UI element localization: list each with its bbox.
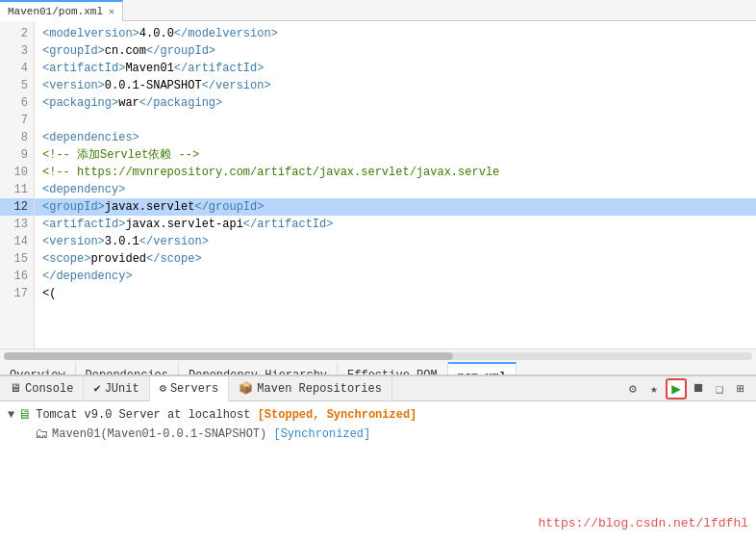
console-tab-servers[interactable]: ⚙Servers: [150, 376, 230, 401]
code-content[interactable]: <modelversion>4.0.0</modelversion> <grou…: [35, 21, 756, 348]
editor-container: Maven01/pom.xml ✕ 2345678910111213141516…: [0, 0, 756, 375]
console-tabs-left: 🖥Console✔JUnit⚙Servers📦Maven Repositorie…: [0, 376, 392, 401]
disconnect-button: ❑: [716, 381, 723, 397]
console-tab-bar: 🖥Console✔JUnit⚙Servers📦Maven Repositorie…: [0, 376, 756, 401]
junit-icon: ✔: [93, 382, 100, 396]
pom-tab-effective-pom[interactable]: Effective POM: [338, 362, 448, 376]
server-status: [Stopped, Synchronized]: [258, 405, 417, 425]
maven repositories-icon: 📦: [239, 382, 253, 396]
editor-tab-label: Maven01/pom.xml: [8, 6, 103, 17]
close-icon[interactable]: ✕: [109, 6, 114, 17]
star-icon[interactable]: ★: [644, 379, 664, 399]
star-icon: ★: [650, 381, 658, 397]
console-tab-junit[interactable]: ✔JUnit: [84, 376, 149, 401]
pom-tab-dependencies[interactable]: Dependencies: [76, 362, 179, 376]
stop-button[interactable]: ⏹: [689, 379, 708, 399]
editor-tab[interactable]: Maven01/pom.xml ✕: [0, 0, 123, 21]
server-icon: 🖥: [18, 405, 32, 425]
server-label: Tomcat v9.0 Server at localhost: [36, 405, 250, 425]
console-tab-maven-repositories[interactable]: 📦Maven Repositories: [229, 376, 392, 401]
pom-tab-overview[interactable]: Overview: [0, 362, 76, 376]
project-status: [Synchronized]: [273, 425, 370, 444]
server-tree-item[interactable]: ▼ 🖥 Tomcat v9.0 Server at localhost [Sto…: [8, 405, 748, 425]
layout-button[interactable]: ⊞: [731, 379, 750, 399]
layout-button: ⊞: [737, 381, 744, 397]
editor-tab-bar: Maven01/pom.xml ✕: [0, 0, 756, 21]
expand-arrow: ▼: [8, 405, 14, 425]
console-icon: 🖥: [10, 382, 21, 396]
run-button[interactable]: ▶: [666, 378, 687, 400]
project-label: Maven01(Maven01-0.0.1-SNAPSHOT): [52, 425, 266, 444]
watermark: https://blog.csdn.net/lfdfhl: [539, 516, 748, 530]
pom-tab-pom.xml[interactable]: pom.xml: [448, 362, 517, 376]
code-area[interactable]: 234567891011121314151617 <modelversion>4…: [0, 21, 756, 348]
settings-icon: ⚙: [629, 381, 637, 397]
servers-icon: ⚙: [160, 382, 166, 396]
disconnect-button[interactable]: ❑: [710, 379, 729, 399]
console-tab-console[interactable]: 🖥Console: [0, 376, 84, 401]
project-item[interactable]: 🗂 Maven01(Maven01-0.0.1-SNAPSHOT) [Synch…: [35, 425, 748, 444]
line-numbers: 234567891011121314151617: [0, 21, 35, 348]
play-icon: ▶: [671, 379, 681, 399]
scrollbar-thumb: [4, 352, 453, 360]
settings-icon[interactable]: ⚙: [623, 379, 643, 399]
scrollbar-track[interactable]: [4, 352, 752, 360]
stop-button: ⏹: [693, 381, 705, 396]
pom-tabs: OverviewDependenciesDependency Hierarchy…: [0, 362, 756, 375]
project-icon: 🗂: [35, 425, 48, 444]
console-toolbar: ⚙★▶⏹❑⊞: [623, 378, 756, 400]
pom-tab-dependency-hierarchy[interactable]: Dependency Hierarchy: [179, 362, 338, 376]
horizontal-scrollbar[interactable]: [0, 348, 756, 362]
